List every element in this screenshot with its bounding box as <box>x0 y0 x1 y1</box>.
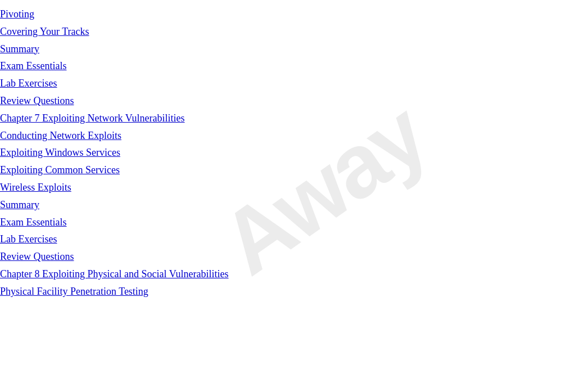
toc-link-lab-exercises-2[interactable]: Lab Exercises <box>0 233 57 245</box>
list-item: Exploiting Common Services <box>0 161 588 179</box>
list-item: Review Questions <box>0 248 588 266</box>
list-item: Exam Essentials <box>0 57 588 75</box>
toc-link-review-questions-1[interactable]: Review Questions <box>0 95 74 106</box>
toc-link-covering-your-tracks[interactable]: Covering Your Tracks <box>0 26 89 37</box>
list-item: Lab Exercises <box>0 75 588 92</box>
toc-link-physical-facility-penetration[interactable]: Physical Facility Penetration Testing <box>0 286 148 297</box>
list-item: Covering Your Tracks <box>0 23 588 40</box>
list-item: Review Questions <box>0 92 588 110</box>
toc-list: PivotingCovering Your TracksSummaryExam … <box>0 6 588 300</box>
toc-link-summary-1[interactable]: Summary <box>0 43 39 55</box>
toc-link-chapter-7[interactable]: Chapter 7 Exploiting Network Vulnerabili… <box>0 112 185 124</box>
toc-link-exploiting-common-services[interactable]: Exploiting Common Services <box>0 164 120 176</box>
list-item: Pivoting <box>0 6 588 23</box>
list-item: Exploiting Windows Services <box>0 144 588 161</box>
list-item: Exam Essentials <box>0 214 588 231</box>
toc-link-wireless-exploits[interactable]: Wireless Exploits <box>0 182 71 193</box>
toc-link-exam-essentials-1[interactable]: Exam Essentials <box>0 60 66 71</box>
toc-link-summary-2[interactable]: Summary <box>0 199 39 210</box>
list-item: Conducting Network Exploits <box>0 127 588 145</box>
toc-content: PivotingCovering Your TracksSummaryExam … <box>0 0 588 306</box>
toc-link-lab-exercises-1[interactable]: Lab Exercises <box>0 78 57 89</box>
toc-link-conducting-network-exploits[interactable]: Conducting Network Exploits <box>0 130 121 141</box>
list-item: Chapter 7 Exploiting Network Vulnerabili… <box>0 110 588 127</box>
list-item: Physical Facility Penetration Testing <box>0 283 588 300</box>
toc-link-pivoting[interactable]: Pivoting <box>0 8 34 20</box>
list-item: Lab Exercises <box>0 231 588 248</box>
list-item: Summary <box>0 196 588 214</box>
toc-link-review-questions-2[interactable]: Review Questions <box>0 251 74 262</box>
list-item: Chapter 8 Exploiting Physical and Social… <box>0 266 588 283</box>
list-item: Wireless Exploits <box>0 179 588 196</box>
list-item: Summary <box>0 40 588 58</box>
toc-link-exploiting-windows-services[interactable]: Exploiting Windows Services <box>0 147 120 158</box>
toc-link-chapter-8[interactable]: Chapter 8 Exploiting Physical and Social… <box>0 268 229 280</box>
toc-link-exam-essentials-2[interactable]: Exam Essentials <box>0 217 66 228</box>
